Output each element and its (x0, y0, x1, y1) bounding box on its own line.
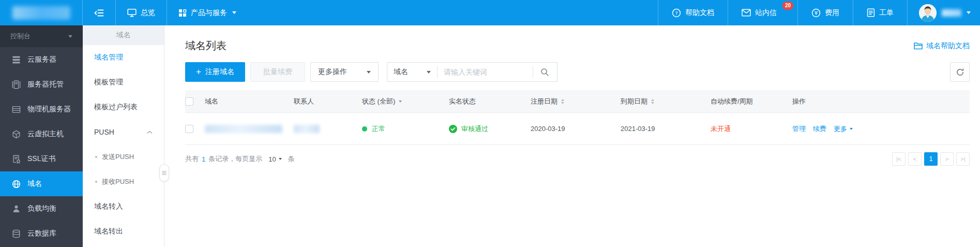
batch-renew-button[interactable]: 批量续费 (250, 62, 305, 82)
question-circle-icon: ? (672, 8, 681, 18)
table-header-row: 域名 联系人 状态 (全部) 实名状态 注册日期 到期日期 (185, 90, 970, 113)
more-actions-label: 更多操作 (318, 67, 347, 77)
col-register-date-sort[interactable]: 注册日期 (531, 97, 621, 106)
folder-icon (914, 42, 923, 50)
console-label: 控制台 (10, 32, 31, 41)
chevron-down-icon (367, 71, 371, 74)
page-size-select[interactable]: 10 (268, 155, 281, 163)
refresh-button[interactable] (950, 62, 970, 82)
col-contact: 联系人 (294, 97, 314, 106)
page-buttons: |< < 1 > >| (892, 152, 970, 166)
col-expire-date-sort[interactable]: 到期日期 (621, 97, 711, 106)
user-menu[interactable] (907, 0, 980, 25)
search-field-select[interactable]: 域名 (387, 63, 437, 81)
products-grid-icon (178, 9, 187, 17)
sidebar-item-virtual-host[interactable]: 云虚拟主机 (0, 122, 83, 147)
chevron-down-icon (279, 158, 282, 160)
subnav-item-receive-push[interactable]: 接收PUSH (83, 169, 164, 194)
topbar: 总览 产品与服务 ? 帮助文档 (0, 0, 980, 25)
sidebar-item-domain[interactable]: 域名 (0, 171, 83, 196)
col-auto-renew: 自动续费/周期 (711, 97, 753, 106)
row-checkbox[interactable] (185, 125, 193, 133)
more-link[interactable]: 更多 (834, 124, 853, 134)
first-page-button[interactable]: |< (892, 152, 906, 166)
console-selector[interactable]: 控制台 (0, 25, 83, 47)
mail-icon (742, 9, 751, 17)
brand-logo[interactable] (0, 0, 83, 25)
expire-date: 2021-03-19 (621, 125, 655, 133)
svg-text:?: ? (675, 10, 677, 16)
server-hosting-icon (11, 80, 21, 89)
domain-help-docs-link[interactable]: 域名帮助文档 (914, 41, 970, 51)
sidebar-item-cloud-database[interactable]: 云数据库 (0, 221, 83, 246)
subnav-item-send-push[interactable]: 发送PUSH (83, 144, 164, 169)
last-page-button[interactable]: >| (956, 152, 970, 166)
subnav-item-label: 域名管理 (94, 53, 123, 62)
nav-overview-label: 总览 (141, 8, 155, 18)
sidebar-item-cloud-server[interactable]: 云服务器 (0, 47, 83, 72)
next-page-button[interactable]: > (940, 152, 954, 166)
col-domain: 域名 (205, 97, 218, 106)
billing-button[interactable]: ¥ 费用 (797, 0, 853, 25)
subnav-item-template-transfer-list[interactable]: 模板过户列表 (83, 95, 164, 120)
select-all-checkbox[interactable] (185, 97, 193, 106)
cloud-server-icon (11, 55, 21, 64)
page-1-button[interactable]: 1 (924, 152, 938, 166)
help-docs-button[interactable]: ? 帮助文档 (658, 0, 728, 25)
renew-link[interactable]: 续费 (813, 124, 826, 134)
subnav-group-push[interactable]: PUSH (83, 120, 164, 144)
register-domain-label: 注册域名 (205, 67, 234, 77)
register-domain-button[interactable]: + 注册域名 (185, 62, 245, 82)
messages-button[interactable]: 站内信 20 (728, 0, 797, 25)
auto-renew-status: 未开通 (711, 124, 731, 134)
search-field-label: 域名 (394, 67, 408, 77)
subnav-item-template-management[interactable]: 模板管理 (83, 70, 164, 95)
manage-link[interactable]: 管理 (792, 124, 806, 134)
col-operations: 操作 (792, 97, 806, 106)
yen-circle-icon: ¥ (811, 8, 821, 18)
sidebar-item-label: 域名 (27, 179, 42, 188)
search-group: 域名 (387, 62, 557, 82)
username-blurred (942, 9, 961, 17)
sidebar-item-load-balancer[interactable]: 负载均衡 (0, 196, 83, 221)
sidebar-item-server-hosting[interactable]: 服务器托管 (0, 72, 83, 97)
subnav-item-domain-management[interactable]: 域名管理 (83, 45, 164, 70)
help-link-label: 域名帮助文档 (926, 41, 970, 51)
logo-blurred-image (12, 6, 70, 20)
col-status-filter[interactable]: 状态 (全部) (362, 97, 449, 106)
subnav-item-label: 接收PUSH (102, 177, 134, 186)
total-count: 1 (201, 155, 206, 163)
primary-sidebar: 控制台 云服务器 服务器托管 (0, 25, 83, 247)
monitor-icon (127, 8, 137, 17)
search-button[interactable] (533, 63, 557, 81)
subnav-item-label: 域名转出 (94, 227, 123, 236)
sidebar-item-label: 服务器托管 (27, 80, 64, 89)
ticket-doc-icon (867, 8, 875, 17)
realname-status-text: 审核通过 (461, 124, 488, 134)
subnav-item-label: 模板过户列表 (94, 103, 138, 112)
chevron-up-icon (147, 130, 153, 134)
console-chevron-down-icon (68, 35, 72, 38)
nav-products[interactable]: 产品与服务 (167, 0, 248, 25)
subnav-item-domain-transfer-in[interactable]: 域名转入 (83, 194, 164, 219)
sidebar-collapse-handle[interactable] (159, 164, 169, 182)
collapse-sidebar-button[interactable] (83, 0, 116, 25)
subnav-item-domain-transfer-out[interactable]: 域名转出 (83, 219, 164, 244)
svg-text:¥: ¥ (815, 10, 818, 16)
nav-overview[interactable]: 总览 (116, 0, 167, 25)
sidebar-item-physical-server[interactable]: 物理机服务器 (0, 97, 83, 122)
more-actions-dropdown[interactable]: 更多操作 (310, 62, 379, 82)
search-input[interactable] (438, 63, 533, 81)
cloud-database-icon (11, 229, 21, 238)
sidebar-item-label: 云数据库 (27, 229, 56, 238)
user-chevron-down-icon (967, 11, 971, 14)
domain-name-blurred[interactable] (205, 125, 282, 133)
bullet-dot (95, 156, 97, 158)
refresh-icon (956, 68, 964, 77)
prev-page-button[interactable]: < (908, 152, 922, 166)
sidebar-item-ssl-certificate[interactable]: SSL证书 (0, 147, 83, 171)
plus-icon: + (196, 67, 201, 76)
subnav-item-label: 发送PUSH (102, 152, 134, 162)
billing-label: 费用 (825, 8, 839, 18)
tickets-button[interactable]: 工单 (853, 0, 907, 25)
